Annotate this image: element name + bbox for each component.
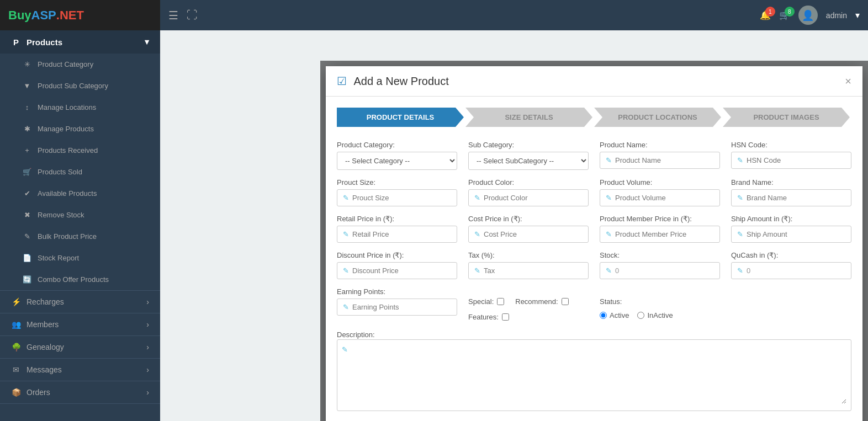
features-checkbox[interactable] [502,313,509,321]
sidebar-item-members[interactable]: 👥 Members › [0,313,160,335]
wizard-step-product-images[interactable]: PRODUCT IMAGES [723,108,850,127]
sidebar-item-product-sub-category[interactable]: ▼ Product Sub Category [6,75,160,97]
stock-input[interactable] [615,267,714,275]
sidebar-item-products-sold[interactable]: 🛒 Products Sold [6,161,160,183]
sidebar-item-available-products[interactable]: ✔ Available Products [6,183,160,204]
hsn-code-input[interactable] [747,156,845,164]
sidebar-item-product-category[interactable]: ✳ Product Category [6,54,160,75]
notification-badge: 1 [765,7,775,17]
cost-price-label: Cost Price in (₹): [468,215,589,223]
product-volume-group: Product Volume: ✎ [600,178,720,206]
qucash-input[interactable] [747,267,845,275]
brand-name-control: ✎ [731,189,851,206]
content-area: ☑ Add a New Product × PRODUCT DETAILS SI… [160,30,868,421]
description-label: Description: [337,331,375,339]
form-row-4: Discount Price in (₹): ✎ Tax (%): ✎ [337,251,851,279]
product-category-select[interactable]: -- Select Category -- [337,152,457,170]
available-products-icon: ✔ [22,189,32,198]
sidebar-item-products[interactable]: P Products ▾ [0,30,160,54]
sidebar-item-messages[interactable]: ✉ Messages › [0,359,160,381]
ship-amount-control: ✎ [731,226,851,243]
form-row-3: Retail Price in (₹): ✎ Cost Price in (₹)… [337,215,851,243]
recommend-checkbox[interactable] [562,298,569,305]
admin-chevron-icon[interactable]: ▾ [855,10,860,20]
sidebar-manage-products-label: Manage Products [38,125,94,133]
retail-price-group: Retail Price in (₹): ✎ [337,215,457,243]
orders-icon: 📦 [11,388,21,397]
active-radio-label: Active [600,311,629,319]
sidebar-products-sold-label: Products Sold [38,168,82,176]
sidebar-item-bulk-product-price[interactable]: ✎ Bulk Product Price [6,226,160,247]
sidebar-item-products-received[interactable]: + Products Received [6,140,160,161]
ship-amount-edit-icon: ✎ [737,230,743,238]
sidebar-section-genealogy: 🌳 Genealogy › [0,336,160,359]
product-size-input[interactable] [352,194,451,202]
features-row: Features: [468,313,589,321]
products-chevron: ▾ [145,37,149,47]
tax-input[interactable] [484,267,583,275]
active-radio[interactable] [600,312,607,319]
sidebar-products-submenu: ✳ Product Category ▼ Product Sub Categor… [0,54,160,290]
modal-title-text: Add a New Product [353,75,448,87]
active-label-text: Active [610,311,629,319]
sidebar-remove-stock-label: Remove Stock [38,211,84,219]
qucash-control: ✎ [731,262,851,279]
wizard-step-product-locations[interactable]: PRODUCT LOCATIONS [594,108,721,127]
product-sub-category-icon: ▼ [22,82,32,90]
notification-button[interactable]: 🔔 1 [760,10,771,20]
remove-stock-icon: ✖ [22,211,32,219]
description-box: ✎ [337,339,851,411]
brand-asp: ASP [31,8,56,23]
form-row-1: Product Category: -- Select Category -- … [337,141,851,170]
hsn-code-edit-icon: ✎ [737,156,743,164]
cart-button[interactable]: 🛒 8 [779,10,790,20]
brand-name-edit-icon: ✎ [737,194,743,202]
brand-net: .NET [56,8,84,23]
sidebar-item-manage-products[interactable]: ✱ Manage Products [6,118,160,140]
sidebar-stock-report-label: Stock Report [38,254,79,262]
earning-points-edit-icon: ✎ [343,303,349,311]
earning-points-input[interactable] [352,303,451,311]
tax-label: Tax (%): [468,251,589,259]
description-textarea[interactable] [342,354,846,404]
sidebar-item-combo-offer[interactable]: 🔄 Combo Offer Products [6,269,160,290]
product-name-input[interactable] [615,156,714,164]
wizard-step-product-details[interactable]: PRODUCT DETAILS [337,108,464,127]
wizard-step-size-details[interactable]: SIZE DETAILS [465,108,592,127]
special-checkbox[interactable] [497,298,504,305]
modal-title-check-icon: ☑ [337,75,347,87]
inactive-label-text: InActive [647,311,673,319]
messages-icon: ✉ [11,365,21,374]
sidebar-item-genealogy[interactable]: 🌳 Genealogy › [0,336,160,358]
sidebar-recharges-label: Recharges [27,297,64,306]
members-chevron: › [146,320,149,329]
expand-icon[interactable]: ⛶ [187,9,198,22]
hamburger-icon[interactable]: ☰ [168,9,178,22]
discount-price-input[interactable] [352,267,451,275]
products-icon: P [11,38,21,47]
sub-category-select[interactable]: -- Select SubCategory -- [468,152,589,170]
inactive-radio[interactable] [637,312,644,319]
sidebar-item-manage-locations[interactable]: ↕ Manage Locations [6,97,160,118]
cost-price-input[interactable] [484,230,583,238]
description-edit-icon: ✎ [342,345,348,354]
product-size-label: Prouct Size: [337,178,457,186]
sidebar-item-orders[interactable]: 📦 Orders › [0,381,160,403]
earning-points-label: Earning Points: [337,287,457,296]
sidebar-item-recharges[interactable]: ⚡ Recharges › [0,291,160,313]
product-volume-input[interactable] [615,194,714,202]
modal-close-button[interactable]: × [845,75,851,88]
ship-amount-label: Ship Amount in (₹): [731,215,851,223]
brand-name-input[interactable] [747,194,845,202]
add-product-modal: ☑ Add a New Product × PRODUCT DETAILS SI… [326,66,862,421]
discount-price-control: ✎ [337,262,457,279]
avatar: 👤 [798,6,818,25]
retail-price-input[interactable] [352,230,451,238]
earning-points-control: ✎ [337,299,457,316]
sidebar-item-remove-stock[interactable]: ✖ Remove Stock [6,204,160,226]
ship-amount-input[interactable] [747,230,845,238]
product-color-input[interactable] [484,194,583,202]
sidebar-genealogy-label: Genealogy [27,343,64,351]
sidebar-item-stock-report[interactable]: 📄 Stock Report [6,247,160,269]
member-price-input[interactable] [615,230,714,238]
